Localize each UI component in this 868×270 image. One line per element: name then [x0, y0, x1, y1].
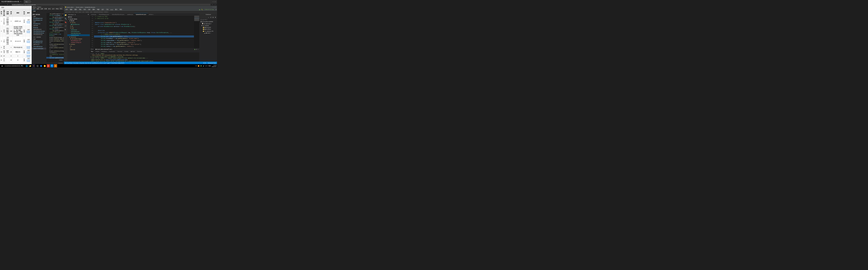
tab-services[interactable]: Services — [136, 50, 143, 53]
tree-web-folder[interactable]: ▼ web — [67, 27, 90, 29]
db-solutions[interactable]: 📁 ▼ solutions 2th — [199, 30, 217, 32]
vscode-close-icon[interactable]: × — [62, 6, 63, 7]
taskbar-app-3[interactable]: C — [32, 64, 35, 67]
bookmark-button[interactable]: ☆ — [212, 4, 213, 5]
delete-link[interactable]: Delete — [27, 47, 30, 49]
ide-tomcat-run[interactable]: TOMCAT 8.5.72 ▶ — [204, 9, 215, 11]
tree-mapper-folder[interactable]: ▼ com.taotao.mapper — [67, 38, 90, 40]
tree-addservlet[interactable]: AddServlet — [67, 29, 90, 31]
browser-tab-1[interactable]: 高品 程序员最新的(JavaWeb)鬼... × × — [0, 0, 24, 3]
db-settings-button[interactable]: ⚙ — [212, 16, 214, 18]
taskbar-app-5[interactable]: 🔵 — [39, 64, 43, 67]
tab-build[interactable]: ▶ Build — [130, 50, 136, 53]
tree-mybatis-config[interactable]: mybatis-config.xml — [67, 41, 90, 43]
ide-menu-help[interactable]: 帮助 — [119, 8, 123, 11]
file-service-pp[interactable]: ServiceBrands.pp — [32, 45, 46, 47]
minimize-button[interactable]: ─ — [212, 1, 213, 2]
close-button[interactable]: × — [215, 1, 216, 2]
delete-link[interactable]: Delete — [27, 42, 30, 43]
ide-settings-icon[interactable]: ⚙ — [215, 9, 217, 10]
ide-menu-run[interactable]: 运行 — [101, 8, 105, 11]
run-panel-settings-icon[interactable]: ⚙ — [196, 48, 197, 50]
file-selectbyid-servlet[interactable]: SelectByIdServlet.java — [32, 31, 46, 32]
vscode-menu-terminal[interactable]: 终端 — [55, 8, 59, 10]
delete-link[interactable]: Delete — [27, 53, 30, 54]
tree-selectallservlet[interactable]: selectAllServlet — [67, 31, 90, 33]
vscode-menu-help[interactable]: 帮助 — [59, 8, 63, 10]
db-lib-brand[interactable]: 📁 ▶ lib-brand — [199, 26, 217, 28]
reload-button[interactable]: ↺ — [6, 4, 8, 5]
vscode-minimize-icon[interactable]: ─ — [60, 6, 61, 7]
vscode-menu-view[interactable]: 查看 — [43, 8, 48, 10]
ide-minimize-button[interactable]: ─ — [212, 6, 213, 8]
ide-menu-navigate[interactable]: 导航 — [78, 8, 82, 11]
start-button[interactable]: ⊞ — [0, 64, 4, 67]
maximize-button[interactable]: □ — [214, 1, 215, 2]
add-brand-button[interactable]: 添加 — [1, 6, 4, 8]
tab-run2[interactable]: Run — [90, 50, 95, 53]
close-tab-2-icon[interactable]: × — [28, 1, 29, 2]
tab-profiler[interactable]: Profiler — [123, 50, 130, 53]
ide-debug-button[interactable]: 🐛 — [202, 9, 203, 10]
ide-maximize-button[interactable]: □ — [214, 6, 215, 8]
tab-run[interactable]: Run — [90, 48, 95, 50]
ide-code-view[interactable]: 18 // create by 方法 19 // 2022/3/31 12:02… — [90, 15, 194, 48]
file-brandmapper-java[interactable]: BrandMapper.java — [32, 18, 46, 20]
home-button[interactable]: ⌂ — [9, 4, 11, 5]
db-alternate[interactable]: 📋 @ alternate ≠ — [199, 23, 217, 25]
delete-link[interactable]: Delete — [27, 22, 30, 23]
db-filter-button[interactable]: ▼ — [214, 16, 217, 18]
tab-doget[interactable]: doGet ≥ — [148, 13, 155, 15]
address-input[interactable] — [11, 4, 211, 5]
ide-close-button[interactable]: × — [215, 6, 216, 8]
ide-menu-edit[interactable]: 编辑 — [69, 8, 73, 11]
ide-menu-analyze[interactable]: 分析 — [87, 8, 91, 11]
file-brandmapper-xml2[interactable]: BrandMapper.xml — [32, 42, 46, 44]
ide-menu-vcs[interactable]: VCS — [110, 8, 114, 10]
db-refresh-button[interactable]: ↺ — [210, 16, 212, 18]
tab-run-brand[interactable]: ▶ brand_demo [tomcat7:run] × — [94, 48, 114, 50]
section-search[interactable]: 搜索: 返回信息 — [32, 13, 46, 15]
taskbar-app-8[interactable]: T — [51, 64, 54, 67]
ide-project-icon[interactable]: 📁 — [64, 13, 67, 16]
db-mybatis[interactable]: 🗃 ▼ mybatis — [199, 25, 217, 26]
tree-css[interactable]: css — [67, 45, 90, 47]
file-selectbyid-pp[interactable]: SelectByIdServlet.pp — [32, 32, 46, 34]
back-button[interactable]: ← — [1, 4, 3, 5]
vscode-menu-file[interactable]: 文件 — [32, 8, 36, 10]
taskbar-app-9[interactable]: A — [54, 64, 57, 67]
tab-brandmapper[interactable]: BrandMapper.java — [98, 13, 111, 15]
gear-icon[interactable]: ⚙ — [88, 14, 89, 15]
tree-webinf[interactable]: WEB-INF — [67, 49, 90, 50]
tree-resources[interactable]: ▼ resources — [67, 36, 90, 38]
taskbar-search-input[interactable] — [4, 65, 24, 67]
browser-tab-2[interactable]: Title × — [24, 0, 31, 3]
ide-menu-file[interactable]: 文件 — [64, 8, 69, 11]
ide-menu-tools[interactable]: 工具 — [105, 8, 110, 11]
tree-js[interactable]: js — [67, 47, 90, 49]
taskbar-app-6[interactable]: 🟡 — [43, 64, 46, 67]
file-brand-pp[interactable]: Brand.pp — [32, 27, 46, 28]
run-panel-close-icon[interactable]: × — [198, 48, 199, 50]
file-update-servlet[interactable]: update Servlet.java — [32, 48, 46, 50]
tree-brandmapper-xml[interactable]: BrandMapper.xml — [67, 40, 90, 41]
tree-updateservlet[interactable]: UpdateServlet — [67, 34, 90, 36]
db-add-button[interactable]: + — [208, 16, 210, 18]
taskbar-app-7[interactable]: M — [47, 64, 50, 67]
delete-link[interactable]: Delete — [27, 61, 30, 62]
delete-link[interactable]: Delete — [27, 32, 30, 33]
vscode-menu-select[interactable]: 选择 — [40, 8, 43, 10]
ide-menu-code[interactable]: 代码 — [83, 8, 87, 11]
settings-button[interactable]: ⋮ — [214, 4, 216, 5]
db-users[interactable]: 🗂 ▶ users ↑ — [199, 32, 217, 34]
tab-selectbyid[interactable]: SelectByIdServlet.java — [111, 13, 126, 15]
tree-brand-demo[interactable]: ▼ brand_demo — [67, 18, 90, 20]
file-brandservice[interactable]: BrandService — [32, 23, 46, 25]
ide-structure-icon[interactable]: 🔧 — [64, 17, 67, 20]
ide-bookmark-icon[interactable]: 🔖 — [64, 21, 67, 24]
vscode-maximize-icon[interactable]: □ — [61, 6, 61, 7]
tab-duplicates[interactable]: Duplicates — [108, 50, 116, 53]
delete-link[interactable]: Delete — [27, 56, 30, 57]
forward-button[interactable]: → — [4, 4, 6, 5]
vscode-menu-goto[interactable]: 前往 — [48, 8, 51, 10]
